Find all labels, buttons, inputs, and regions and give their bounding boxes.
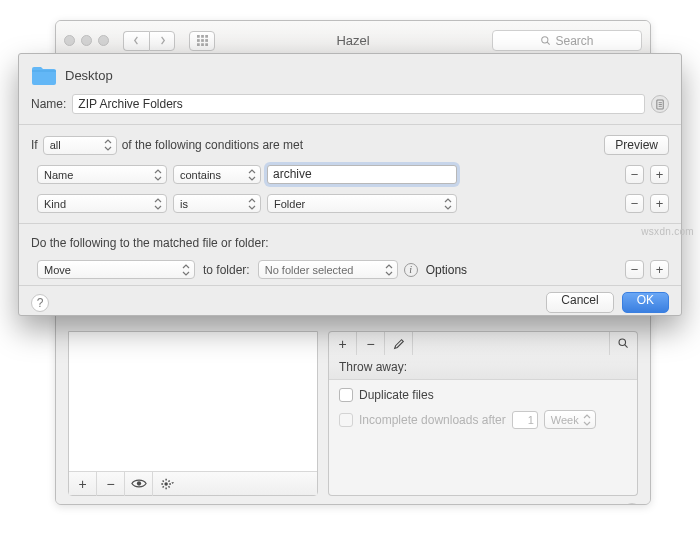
folders-toolbar: + − (69, 471, 317, 495)
condition-op-select[interactable]: is (173, 194, 261, 213)
throw-away-panel: Throw away: Duplicate files Incomplete d… (328, 355, 638, 496)
svg-point-12 (164, 482, 168, 486)
folder-add-button[interactable]: + (69, 472, 97, 496)
rule-status-button[interactable] (651, 95, 669, 113)
svg-line-20 (168, 480, 169, 481)
document-icon (655, 99, 666, 110)
search-placeholder: Search (555, 34, 593, 48)
rule-edit-button[interactable] (385, 332, 413, 356)
incomplete-unit-select[interactable]: Week (544, 410, 596, 429)
condition-add-button[interactable]: + (650, 194, 669, 213)
info-icon: i (404, 263, 418, 277)
stepper-icon (154, 169, 162, 181)
condition-add-button[interactable]: + (650, 165, 669, 184)
incomplete-downloads-checkbox[interactable] (339, 413, 353, 427)
sheet-help-button[interactable]: ? (31, 294, 49, 312)
sheet-folder-name: Desktop (65, 68, 113, 83)
condition-attr-select[interactable]: Kind (37, 194, 167, 213)
stepper-icon (385, 264, 393, 276)
rule-add-button[interactable]: + (329, 332, 357, 356)
action-folder-select[interactable]: No folder selected (258, 260, 398, 279)
stepper-icon (248, 198, 256, 210)
incomplete-downloads-label: Incomplete downloads after (359, 413, 506, 427)
svg-rect-5 (205, 39, 208, 42)
svg-rect-4 (201, 39, 204, 42)
options-label[interactable]: Options (426, 263, 467, 277)
condition-remove-button[interactable]: − (625, 165, 644, 184)
watermark: wsxdn.com (641, 226, 694, 237)
condition-row: Kind is Folder − + (31, 194, 669, 213)
condition-value-input[interactable]: archive (267, 165, 457, 184)
rules-toolbar: + − (328, 331, 638, 355)
incomplete-value-field[interactable]: 1 (512, 411, 538, 429)
svg-point-21 (619, 339, 626, 346)
search-field[interactable]: Search (492, 30, 642, 51)
condition-remove-button[interactable]: − (625, 194, 644, 213)
svg-line-17 (163, 480, 164, 481)
window-close[interactable] (64, 35, 75, 46)
svg-line-19 (163, 486, 164, 487)
divider (19, 124, 681, 125)
stepper-icon (444, 198, 452, 210)
svg-line-18 (168, 486, 169, 487)
folder-icon (31, 64, 57, 86)
rule-editor-sheet: Desktop Name: ZIP Archive Folders If all… (18, 53, 682, 316)
svg-rect-1 (201, 35, 204, 38)
window-minimize[interactable] (81, 35, 92, 46)
nav-forward-button[interactable] (149, 31, 175, 51)
duplicate-files-label: Duplicate files (359, 388, 434, 402)
conditions-match-select[interactable]: all (43, 136, 117, 155)
divider (19, 223, 681, 224)
stepper-icon (154, 198, 162, 210)
action-remove-button[interactable]: − (625, 260, 644, 279)
to-folder-label: to folder: (203, 263, 250, 277)
preview-button[interactable]: Preview (604, 135, 669, 155)
condition-op-select[interactable]: contains (173, 165, 261, 184)
svg-rect-6 (197, 43, 200, 46)
stepper-icon (182, 264, 190, 276)
folder-settings-button[interactable] (153, 472, 181, 496)
if-prefix: If (31, 138, 38, 152)
stepper-icon (104, 139, 112, 151)
folders-list[interactable] (69, 332, 317, 471)
window-zoom[interactable] (98, 35, 109, 46)
pencil-icon (393, 338, 405, 350)
folder-preview-button[interactable] (125, 472, 153, 496)
rules-panel: + − Throw away: Duplicate fi (328, 331, 638, 496)
search-icon (540, 35, 551, 46)
svg-line-10 (548, 42, 550, 44)
nav-back-button[interactable] (123, 31, 149, 51)
svg-point-9 (542, 37, 548, 43)
folders-panel: + − (68, 331, 318, 496)
rule-name-input[interactable]: ZIP Archive Folders (72, 94, 645, 114)
gear-icon (160, 477, 174, 491)
rule-search-button[interactable] (609, 332, 637, 356)
show-all-button[interactable] (189, 31, 215, 51)
svg-rect-0 (197, 35, 200, 38)
svg-line-22 (625, 345, 628, 348)
rule-remove-button[interactable]: − (357, 332, 385, 356)
nav-back-forward (123, 31, 175, 51)
actions-label: Do the following to the matched file or … (31, 236, 669, 250)
duplicate-files-row: Duplicate files (339, 388, 627, 402)
action-verb-select[interactable]: Move (37, 260, 195, 279)
condition-value-select[interactable]: Folder (267, 194, 457, 213)
svg-rect-2 (205, 35, 208, 38)
action-add-button[interactable]: + (650, 260, 669, 279)
incomplete-downloads-row: Incomplete downloads after 1 Week (339, 410, 627, 429)
folder-remove-button[interactable]: − (97, 472, 125, 496)
sheet-footer: ? Cancel OK (19, 285, 681, 313)
svg-point-11 (136, 481, 140, 485)
ok-button[interactable]: OK (622, 292, 669, 313)
search-icon (617, 337, 630, 350)
action-row: Move to folder: No folder selected i Opt… (31, 260, 669, 279)
chevron-down-icon (171, 482, 174, 484)
eye-icon (131, 478, 147, 489)
name-label: Name: (31, 97, 66, 111)
condition-attr-select[interactable]: Name (37, 165, 167, 184)
help-button[interactable]: ? (623, 503, 641, 505)
cancel-button[interactable]: Cancel (546, 292, 613, 313)
duplicate-files-checkbox[interactable] (339, 388, 353, 402)
throw-away-header: Throw away: (329, 355, 637, 380)
svg-rect-8 (205, 43, 208, 46)
